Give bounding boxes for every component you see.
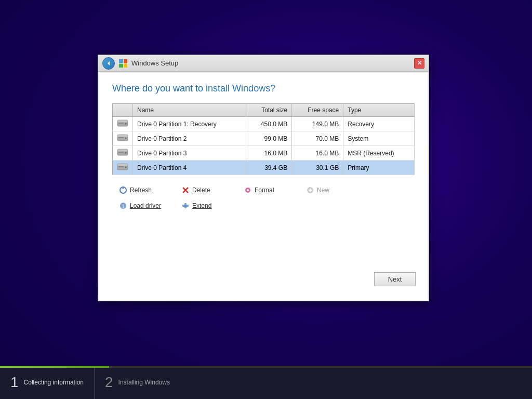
status-bar: 1 Collecting information 2 Installing Wi… xyxy=(0,366,532,399)
partition-total-size: 450.0 MB xyxy=(246,117,292,131)
partition-total-size: 16.0 MB xyxy=(246,146,292,161)
svg-point-7 xyxy=(125,123,127,125)
dialog-content: Where do you want to install Windows? Na… xyxy=(99,73,428,300)
delete-icon xyxy=(181,185,190,195)
new-icon xyxy=(305,185,315,195)
col-name: Name xyxy=(133,104,246,117)
drive-icon-cell xyxy=(113,131,133,146)
partition-name: Drive 0 Partition 4 xyxy=(133,161,246,175)
col-total-size: Total size xyxy=(246,104,292,117)
svg-point-19 xyxy=(125,167,127,168)
svg-rect-8 xyxy=(118,123,124,124)
step-2-number: 2 xyxy=(105,375,113,390)
svg-rect-10 xyxy=(117,135,128,137)
drive-icon xyxy=(117,148,128,156)
partition-table: Name Total size Free space Type Drive 0 … xyxy=(112,103,415,175)
drive-icon xyxy=(117,119,128,127)
step-1-label: Collecting information xyxy=(24,379,84,386)
svg-rect-1 xyxy=(119,59,123,63)
svg-rect-4 xyxy=(124,64,127,68)
partition-name: Drive 0 Partition 2 xyxy=(133,131,246,146)
drive-icon-cell xyxy=(113,117,133,131)
partition-type: MSR (Reserved) xyxy=(343,146,415,161)
partition-total-size: 99.0 MB xyxy=(246,131,292,146)
partition-free-space: 70.0 MB xyxy=(292,131,343,146)
actions-row: Refresh Delete Format xyxy=(112,183,415,215)
title-bar-left: Windows Setup xyxy=(102,57,178,70)
progress-line xyxy=(0,366,532,368)
col-type: Type xyxy=(343,104,415,117)
step-2-label: Installing Windows xyxy=(118,379,170,386)
svg-rect-12 xyxy=(118,137,124,138)
table-row[interactable]: Drive 0 Partition 439.4 GB30.1 GBPrimary xyxy=(113,161,415,175)
svg-rect-3 xyxy=(119,64,123,68)
svg-rect-18 xyxy=(117,164,128,166)
extend-icon xyxy=(181,201,190,210)
refresh-label: Refresh xyxy=(130,187,152,194)
col-icon xyxy=(113,104,133,117)
partition-free-space: 149.0 MB xyxy=(292,117,343,131)
drive-icon xyxy=(117,134,128,142)
title-bar: Windows Setup ✕ xyxy=(98,55,429,72)
partition-type: Primary xyxy=(343,161,415,175)
partition-name: Drive 0 Partition 1: Recovery xyxy=(133,117,246,131)
table-row[interactable]: Drive 0 Partition 316.0 MB16.0 MBMSR (Re… xyxy=(113,146,415,161)
svg-point-25 xyxy=(247,189,249,191)
drive-icon-cell xyxy=(113,146,133,161)
close-button[interactable]: ✕ xyxy=(414,58,424,69)
back-button[interactable] xyxy=(102,57,115,70)
svg-rect-16 xyxy=(118,152,124,153)
partition-free-space: 16.0 MB xyxy=(292,146,343,161)
extend-label: Extend xyxy=(192,202,211,209)
extend-button[interactable]: Extend xyxy=(175,199,237,212)
partition-name: Drive 0 Partition 3 xyxy=(133,146,246,161)
partition-type: System xyxy=(343,131,415,146)
window-title: Windows Setup xyxy=(131,59,178,67)
drive-icon xyxy=(117,163,128,171)
refresh-button[interactable]: Refresh xyxy=(112,183,175,197)
next-button[interactable]: Next xyxy=(374,272,416,286)
page-title: Where do you want to install Windows? xyxy=(112,83,415,94)
svg-marker-0 xyxy=(108,61,110,65)
delete-label: Delete xyxy=(192,187,210,194)
progress-fill xyxy=(0,366,109,368)
table-row[interactable]: Drive 0 Partition 1: Recovery450.0 MB149… xyxy=(113,117,415,131)
load-driver-icon: i xyxy=(118,201,128,210)
drive-icon-cell xyxy=(113,161,133,175)
new-button[interactable]: New xyxy=(299,183,362,197)
new-label: New xyxy=(317,187,329,194)
svg-text:i: i xyxy=(123,204,124,209)
col-free-space: Free space xyxy=(292,104,343,117)
format-button[interactable]: Format xyxy=(237,183,299,197)
setup-icon xyxy=(118,58,128,69)
svg-rect-2 xyxy=(124,59,127,63)
svg-rect-14 xyxy=(117,149,128,152)
refresh-icon xyxy=(118,185,128,195)
step-2: 2 Installing Windows xyxy=(95,366,180,399)
format-icon xyxy=(243,185,252,195)
svg-point-15 xyxy=(125,152,127,154)
step-1: 1 Collecting information xyxy=(0,366,94,399)
format-label: Format xyxy=(255,187,274,194)
step-1-number: 1 xyxy=(10,375,19,390)
partition-total-size: 39.4 GB xyxy=(246,161,292,175)
load-driver-label: Load driver xyxy=(130,202,161,209)
partition-free-space: 30.1 GB xyxy=(292,161,343,175)
svg-rect-20 xyxy=(118,166,124,167)
setup-dialog: Windows Setup ✕ Where do you want to ins… xyxy=(98,55,429,301)
svg-rect-6 xyxy=(117,120,128,123)
svg-rect-32 xyxy=(184,203,187,208)
table-header-row: Name Total size Free space Type xyxy=(113,104,415,117)
svg-point-11 xyxy=(125,138,127,139)
load-driver-button[interactable]: i Load driver xyxy=(112,199,175,212)
table-row[interactable]: Drive 0 Partition 299.0 MB70.0 MBSystem xyxy=(113,131,415,146)
delete-button[interactable]: Delete xyxy=(175,183,237,197)
partition-type: Recovery xyxy=(343,117,415,131)
